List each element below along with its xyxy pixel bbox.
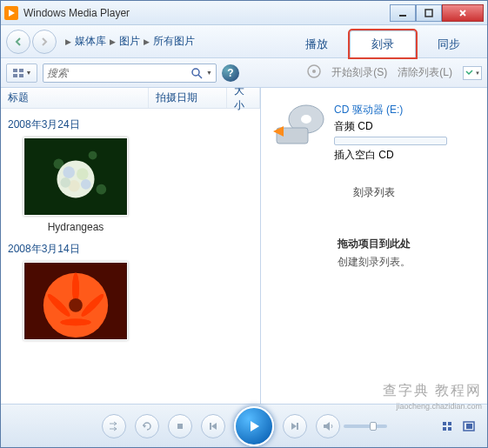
date-group-header[interactable]: 2008年3月14日: [8, 242, 253, 257]
mute-button[interactable]: [316, 414, 340, 438]
column-headers: 标题 拍摄日期 大小: [1, 88, 260, 109]
svg-rect-5: [13, 74, 17, 77]
svg-marker-0: [9, 10, 15, 17]
svg-point-16: [63, 166, 75, 178]
cd-drive-link[interactable]: CD 驱动器 (E:): [334, 102, 477, 118]
svg-marker-43: [324, 422, 330, 431]
svg-point-31: [69, 298, 83, 312]
tab-play[interactable]: 播放: [284, 30, 350, 57]
svg-rect-3: [13, 69, 17, 72]
stop-button[interactable]: [168, 414, 192, 438]
breadcrumb[interactable]: ▶ 媒体库 ▶ 图片 ▶ 所有图片: [58, 34, 284, 49]
svg-marker-41: [291, 423, 297, 430]
column-date[interactable]: 拍摄日期: [149, 88, 227, 108]
svg-rect-45: [448, 422, 451, 425]
burn-pane: CD 驱动器 (E:) 音频 CD 插入空白 CD 刻录列表 拖动项目到此处 创…: [261, 88, 487, 404]
shuffle-button[interactable]: [102, 414, 126, 438]
svg-rect-1: [399, 15, 406, 17]
tab-bar: 播放 刻录 同步: [284, 25, 482, 57]
svg-point-10: [312, 70, 316, 73]
svg-point-19: [81, 179, 91, 190]
start-burn-button[interactable]: 开始刻录(S): [331, 65, 387, 80]
library-pane: 标题 拍摄日期 大小 2008年3月24日 Hydrangeas 2008年3月…: [1, 88, 261, 404]
svg-point-14: [96, 184, 106, 195]
insert-disc-hint: 插入空白 CD: [334, 147, 477, 164]
svg-rect-49: [466, 424, 472, 429]
svg-rect-2: [425, 10, 432, 17]
titlebar: Windows Media Player: [1, 1, 487, 25]
fullscreen-icon[interactable]: [461, 420, 477, 432]
drop-hint: 拖动项目到此处 创建刻录列表。: [261, 235, 487, 272]
cd-drive-icon: [271, 102, 327, 150]
forward-button[interactable]: [32, 30, 57, 54]
thumbnail[interactable]: [23, 137, 128, 216]
svg-rect-47: [448, 427, 451, 431]
breadcrumb-item[interactable]: 所有图片: [153, 34, 195, 49]
options-dropdown[interactable]: ▼: [463, 66, 482, 80]
svg-point-17: [77, 168, 89, 180]
column-title[interactable]: 标题: [1, 88, 149, 108]
clear-list-button[interactable]: 清除列表(L): [398, 65, 452, 80]
svg-rect-42: [297, 423, 298, 430]
svg-point-33: [301, 115, 311, 124]
player-bar: [1, 404, 487, 447]
view-mode-icon[interactable]: [440, 420, 456, 432]
thumbnail[interactable]: [23, 262, 128, 340]
minimize-button[interactable]: [390, 4, 416, 22]
search-input-wrapper[interactable]: ▼: [43, 64, 217, 83]
view-dropdown[interactable]: ▼: [6, 64, 37, 83]
svg-line-8: [198, 75, 202, 78]
svg-rect-46: [443, 427, 446, 431]
close-button[interactable]: [442, 4, 484, 22]
previous-button[interactable]: [201, 414, 225, 438]
chevron-down-icon[interactable]: ▼: [206, 70, 212, 76]
chevron-right-icon: ▶: [144, 37, 150, 46]
column-size[interactable]: 大小: [227, 88, 260, 108]
next-button[interactable]: [283, 414, 307, 438]
media-type-label: 音频 CD: [334, 118, 477, 135]
svg-rect-6: [19, 74, 23, 77]
breadcrumb-item[interactable]: 媒体库: [75, 34, 106, 49]
search-icon[interactable]: [189, 67, 204, 79]
back-button[interactable]: [6, 30, 30, 54]
disc-icon: [307, 64, 321, 81]
breadcrumb-item[interactable]: 图片: [119, 34, 140, 49]
chevron-right-icon: ▶: [65, 37, 71, 46]
maximize-button[interactable]: [416, 4, 442, 22]
drop-hint-line2: 创建刻录列表。: [261, 253, 487, 272]
help-icon[interactable]: ?: [222, 64, 239, 82]
window-title: Windows Media Player: [23, 7, 390, 19]
tab-burn[interactable]: 刻录: [350, 30, 416, 57]
drop-hint-line1: 拖动项目到此处: [338, 237, 411, 250]
tab-sync[interactable]: 同步: [416, 30, 482, 57]
svg-rect-37: [177, 424, 183, 429]
search-input[interactable]: [47, 67, 189, 79]
repeat-button[interactable]: [135, 414, 159, 438]
navbar: ▶ 媒体库 ▶ 图片 ▶ 所有图片 播放 刻录 同步: [1, 25, 487, 58]
toolbar: ▼ ▼ ? 开始刻录(S) 清除列表(L) ▼: [1, 58, 487, 88]
chevron-right-icon: ▶: [110, 37, 116, 46]
play-button[interactable]: [234, 406, 274, 446]
thumbnail-label: Hydrangeas: [8, 221, 144, 233]
svg-rect-4: [19, 69, 23, 72]
svg-marker-38: [211, 423, 217, 430]
svg-point-20: [60, 177, 70, 188]
svg-point-13: [89, 151, 97, 160]
svg-point-7: [192, 69, 199, 76]
svg-rect-44: [443, 422, 446, 425]
svg-rect-39: [210, 423, 211, 430]
date-group-header[interactable]: 2008年3月24日: [8, 117, 253, 132]
volume-slider[interactable]: [344, 425, 387, 428]
svg-marker-40: [251, 421, 259, 431]
app-icon: [4, 6, 18, 20]
burn-list-title: 刻录列表: [261, 185, 487, 200]
burn-progress: [334, 137, 447, 145]
svg-point-29: [60, 319, 90, 326]
